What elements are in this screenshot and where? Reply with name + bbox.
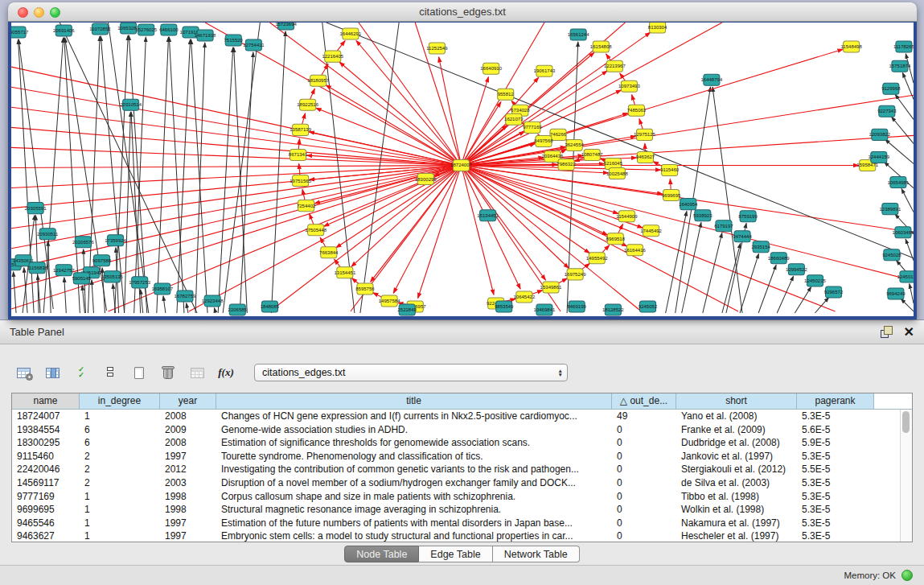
graph-node[interactable]: 9227343 [877, 105, 897, 117]
graph-node[interactable]: 18300295 [415, 174, 437, 185]
graph-node[interactable]: 5905145 [72, 273, 92, 284]
graph-node[interactable]: 10994522 [786, 264, 807, 275]
graph-node[interactable]: 11544909 [616, 211, 638, 222]
graph-node[interactable]: 9699695 [662, 190, 681, 201]
graph-node[interactable]: 9115460 [660, 164, 680, 175]
column-header-name[interactable]: name [12, 393, 80, 409]
graph-node[interactable]: 14955492 [586, 253, 608, 264]
graph-node[interactable]: 16448794 [700, 74, 722, 85]
graph-node[interactable]: 12975125 [634, 129, 655, 140]
graph-node[interactable]: 9463627 [636, 151, 655, 163]
graph-node[interactable]: 9245052 [639, 301, 658, 312]
graph-node[interactable]: 14671938 [195, 30, 216, 41]
row-height-button[interactable] [98, 360, 122, 385]
close-panel-icon[interactable]: ✕ [904, 326, 914, 338]
graph-node[interactable]: 19061743 [534, 65, 556, 76]
network-canvas[interactable]: 1872400716446291122164051818095718922516… [11, 23, 914, 316]
graph-node[interactable]: 7485063 [627, 105, 647, 116]
graph-node[interactable]: 8969518 [606, 233, 626, 245]
column-header-short[interactable]: short [676, 393, 797, 409]
graph-node[interactable]: 20930511 [37, 229, 59, 240]
graph-node[interactable]: 20206576 [72, 237, 94, 248]
graph-node[interactable]: 20691406 [53, 25, 75, 36]
graph-node[interactable]: 2206585 [228, 304, 248, 315]
graph-node[interactable]: 18660489 [768, 253, 790, 264]
graph-node[interactable]: 11548498 [840, 41, 862, 52]
graph-node[interactable]: 1621073 [504, 113, 524, 125]
graph-node[interactable]: 20305591 [25, 203, 47, 214]
graph-node[interactable]: 15276025 [135, 24, 157, 35]
graph-node[interactable]: 12450215 [804, 275, 826, 286]
tab-edge-table[interactable]: Edge Table [419, 546, 492, 562]
graph-node[interactable]: 7663844 [319, 247, 339, 258]
table-row[interactable]: 1938455462009Genome-wide association stu… [12, 423, 900, 437]
graph-node[interactable]: 1848085 [261, 301, 280, 312]
table-row[interactable]: 946554611997Estimation of the future num… [12, 517, 900, 530]
graph-node[interactable]: 17359924 [105, 235, 126, 246]
graph-node[interactable]: 955812 [498, 89, 515, 100]
graph-node[interactable]: 16164416 [624, 245, 646, 256]
graph-node[interactable]: 9097588 [92, 255, 112, 266]
graph-node[interactable]: 17505448 [305, 225, 326, 236]
tab-network-table[interactable]: Network Table [493, 546, 580, 562]
graph-node[interactable]: 12093822 [869, 129, 890, 140]
graph-node[interactable]: 8759199 [738, 211, 758, 222]
graph-node[interactable]: 16975249 [565, 269, 586, 280]
table-row[interactable]: 977716911998Corpus callosum shape and si… [12, 490, 900, 504]
graph-node[interactable]: 12213967 [604, 60, 626, 72]
graph-node[interactable]: 11156838 [27, 262, 48, 274]
graph-node[interactable]: 3624554 [565, 139, 584, 150]
graph-node[interactable]: 14055717 [11, 27, 29, 38]
graph-node[interactable]: 15751874 [889, 60, 911, 72]
graph-node[interactable]: 2522849 [397, 304, 417, 315]
graph-node[interactable]: 2935154 [751, 241, 770, 253]
graph-node[interactable]: 18724007 [450, 159, 472, 171]
graph-node[interactable]: 1640954 [679, 199, 698, 210]
graph-node[interactable]: 14957584 [379, 295, 400, 307]
network-window-titlebar[interactable]: citations_edges.txt [8, 2, 917, 22]
network-graph[interactable]: 1872400716446291122164051818095718922516… [11, 23, 914, 316]
graph-node[interactable]: 18128522 [602, 304, 624, 315]
delete-column-button[interactable] [156, 360, 180, 385]
graph-node[interactable]: 12444159 [868, 151, 889, 163]
graph-node[interactable]: 16782759 [175, 290, 196, 302]
graph-node[interactable]: 9853549 [495, 301, 514, 312]
graph-node[interactable]: 18922516 [297, 99, 318, 110]
graph-node[interactable]: 9474444 [733, 231, 752, 242]
graph-node[interactable]: 6497568 [534, 135, 553, 146]
graph-node[interactable]: 11072852 [89, 23, 111, 35]
table-row[interactable]: 2242004622012Investigating the contribut… [12, 463, 900, 476]
graph-node[interactable]: 9245028 [882, 249, 901, 261]
graph-node[interactable]: 9777169 [523, 122, 542, 133]
graph-node[interactable]: 17445492 [640, 225, 662, 237]
table-row[interactable]: 911546021997Tourette syndrome. Phenomeno… [12, 450, 900, 463]
graph-node[interactable]: 13154451 [334, 267, 355, 278]
graph-node[interactable]: 7986322 [556, 159, 576, 170]
graph-node[interactable]: 6466100 [159, 24, 179, 35]
graph-node[interactable]: 10645422 [513, 291, 535, 303]
graph-node[interactable]: 9129968 [881, 83, 901, 94]
graph-node[interactable]: 8469199 [567, 301, 586, 312]
graph-node[interactable]: 18180957 [307, 75, 329, 86]
float-window-icon[interactable] [881, 326, 893, 338]
table-row[interactable]: 969969511998Structural magnetic resonanc… [12, 503, 900, 517]
function-builder-button[interactable]: f(x) [214, 360, 238, 385]
graph-node[interactable]: 13587139 [290, 124, 311, 135]
scrollbar-thumb[interactable] [902, 411, 910, 433]
tab-node-table[interactable]: Node Table [344, 546, 419, 562]
column-visibility-button[interactable] [40, 360, 64, 385]
zoom-window-icon[interactable] [50, 7, 60, 18]
graph-node[interactable]: 9694249 [886, 288, 906, 299]
graph-node[interactable]: 11252549 [426, 43, 448, 54]
graph-node[interactable]: 15134451 [477, 210, 499, 221]
graph-node[interactable]: 17957253 [129, 277, 150, 288]
graph-node[interactable]: 10469841 [534, 304, 556, 315]
table-row[interactable]: 1456911722003Disruption of a novel membe… [12, 476, 900, 490]
table-row[interactable]: 1872400712008Changes of HCN gene express… [12, 410, 900, 423]
graph-node[interactable]: 12216405 [322, 51, 343, 62]
graph-node[interactable]: 8671341 [289, 149, 308, 160]
graph-node[interactable]: 12923448 [202, 295, 224, 307]
graph-node[interactable]: 12450121 [897, 271, 914, 282]
select-columns-button[interactable]: ✓ ✓ [69, 360, 93, 385]
graph-node[interactable]: 7515520 [224, 35, 244, 46]
